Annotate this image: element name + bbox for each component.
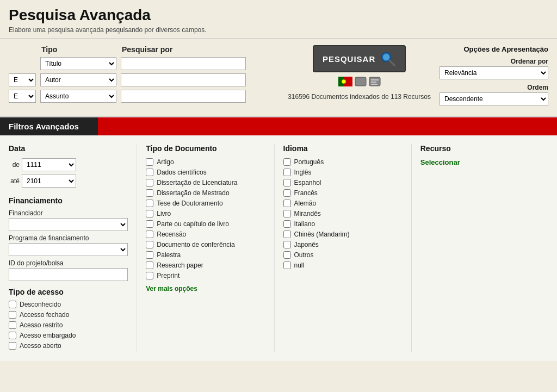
search-row-3: E OU NÃO Assunto Título Autor (9, 90, 279, 103)
access-desconhecido-label: Desconhecido (20, 301, 61, 308)
idioma-fr-checkbox[interactable] (283, 189, 291, 197)
search-icon (380, 51, 396, 67)
financiador-select[interactable] (9, 218, 128, 231)
access-fechado-checkbox[interactable] (9, 311, 16, 319)
idioma-ja-label: Japonês (294, 241, 319, 248)
query-input-1[interactable] (121, 57, 246, 70)
tipo-acesso-title: Tipo de acesso (9, 288, 128, 296)
filtros-bar: Filtros Avançados (0, 117, 557, 135)
pt-flag-icon[interactable] (338, 77, 352, 86)
idioma-de: Alemão (283, 200, 403, 207)
doc-dados-cientificos-label: Dados científicos (157, 169, 206, 176)
idioma-zh: Chinês (Mandarim) (283, 231, 403, 238)
filtros-bar-title: Filtros Avançados (9, 122, 79, 131)
idioma-zh-label: Chinês (Mandarim) (294, 231, 350, 238)
presentation-options: Opções de Apresentação Ordenar por Relev… (440, 45, 548, 110)
presentation-title: Opções de Apresentação (440, 45, 548, 53)
financiador-row: Financiador (9, 209, 128, 231)
idioma-outros-checkbox[interactable] (283, 251, 291, 259)
operator-select-3[interactable]: E OU NÃO (9, 90, 36, 103)
idioma-ja-checkbox[interactable] (283, 241, 291, 248)
programa-select[interactable] (9, 243, 128, 256)
idioma-outros: Outros (283, 251, 403, 259)
filters-area: Data de 1111 1200 1500 1800 1900 2000 21… (0, 135, 557, 361)
doc-livro-label: Livro (157, 210, 171, 217)
idioma-zh-checkbox[interactable] (283, 231, 291, 238)
doc-recensao-checkbox[interactable] (146, 231, 153, 238)
doc-preprint-checkbox[interactable] (146, 272, 153, 279)
idioma-pt-label: Português (294, 158, 324, 166)
date-ate-row: até 2101 2000 1900 1800 1500 1200 1111 (9, 175, 128, 188)
doc-recensao: Recensão (146, 231, 265, 238)
doc-livro: Livro (146, 210, 265, 217)
selecionar-link[interactable]: Seleccionar (420, 158, 460, 166)
idioma-es-checkbox[interactable] (283, 179, 291, 186)
doc-preprint-label: Preprint (157, 272, 180, 279)
clear-icon[interactable] (355, 77, 367, 86)
idioma-it-checkbox[interactable] (283, 220, 291, 228)
doc-capitulo-checkbox[interactable] (146, 220, 153, 228)
filter-col-recurso: Recurso Seleccionar (412, 144, 548, 352)
doc-preprint: Preprint (146, 272, 265, 279)
tipo-select-2[interactable]: Autor Título Assunto (40, 73, 116, 86)
doc-capitulo: Parte ou capítulo de livro (146, 220, 265, 228)
access-desconhecido-checkbox[interactable] (9, 301, 16, 308)
idioma-it: Italiano (283, 220, 403, 228)
idioma-null: null (283, 262, 403, 269)
doc-mestrado-checkbox[interactable] (146, 189, 153, 197)
access-restrito-label: Acesso restrito (20, 321, 63, 329)
header: Pesquisa Avançada Elabore uma pesquisa a… (0, 0, 557, 39)
doc-artigo-checkbox[interactable] (146, 158, 153, 166)
doc-licenciatura-label: Dissertação de Licenciatura (157, 179, 237, 186)
ordem-select[interactable]: Descendente Ascendente (440, 92, 548, 105)
query-input-2[interactable] (121, 73, 246, 86)
page-title: Pesquisa Avançada (9, 7, 548, 24)
doc-research-paper-checkbox[interactable] (146, 262, 153, 269)
tipo-doc-title: Tipo de Documento (146, 144, 265, 153)
de-label: de (9, 161, 20, 169)
access-restrito-checkbox[interactable] (9, 321, 16, 329)
ordenar-por-select[interactable]: Relevância Data Título Autor (440, 66, 548, 79)
doc-dados-cientificos-checkbox[interactable] (146, 169, 153, 176)
query-input-3[interactable] (121, 90, 246, 103)
date-ate-select[interactable]: 2101 2000 1900 1800 1500 1200 1111 (22, 175, 76, 188)
date-de-select[interactable]: 1111 1200 1500 1800 1900 2000 2101 (22, 158, 76, 171)
settings-icon[interactable] (369, 77, 381, 86)
doc-palestra-checkbox[interactable] (146, 251, 153, 259)
tipo-select-1[interactable]: Título Autor Assunto Palavra-chave (40, 57, 116, 70)
financiador-label: Financiador (9, 209, 128, 217)
doc-conferencia: Documento de conferência (146, 241, 265, 248)
idioma-de-checkbox[interactable] (283, 200, 291, 207)
doc-conferencia-checkbox[interactable] (146, 241, 153, 248)
doc-doutoramento-checkbox[interactable] (146, 200, 153, 207)
svg-point-1 (383, 54, 389, 60)
page-subtitle: Elabore uma pesquisa avançada pesquisand… (9, 26, 548, 34)
idioma-en-checkbox[interactable] (283, 169, 291, 176)
doc-type-list: Artigo Dados científicos Dissertação de … (146, 158, 265, 279)
idioma-ja: Japonês (283, 241, 403, 248)
doc-licenciatura-checkbox[interactable] (146, 179, 153, 186)
id-bolsa-label: ID do projeto/bolsa (9, 259, 128, 267)
id-bolsa-input[interactable] (9, 268, 128, 281)
svg-rect-6 (355, 77, 366, 86)
idioma-null-label: null (294, 262, 305, 269)
idioma-mir-checkbox[interactable] (283, 210, 291, 217)
access-fechado: Accesso fechado (9, 311, 128, 319)
access-aberto-checkbox[interactable] (9, 342, 16, 350)
idioma-mir-label: Mirandês (294, 210, 321, 217)
doc-livro-checkbox[interactable] (146, 210, 153, 217)
search-area: Tipo Pesquisar por Título Autor Assunto … (0, 39, 557, 117)
access-restrito: Acesso restrito (9, 321, 128, 329)
svg-rect-10 (371, 84, 377, 85)
tipo-select-3[interactable]: Assunto Título Autor (40, 90, 116, 103)
access-embargado-checkbox[interactable] (9, 332, 16, 339)
ver-mais-link[interactable]: Ver mais opções (146, 285, 265, 293)
idioma-en-label: Inglês (294, 169, 312, 176)
idioma-null-checkbox[interactable] (283, 262, 291, 269)
id-bolsa-row: ID do projeto/bolsa (9, 259, 128, 281)
operator-select-2[interactable]: E OU NÃO (9, 73, 36, 86)
pesquisar-button[interactable]: PESQUISAR (313, 45, 406, 72)
flag-row (338, 77, 381, 86)
idioma-pt-checkbox[interactable] (283, 158, 291, 166)
doc-conferencia-label: Documento de conferência (157, 241, 234, 248)
